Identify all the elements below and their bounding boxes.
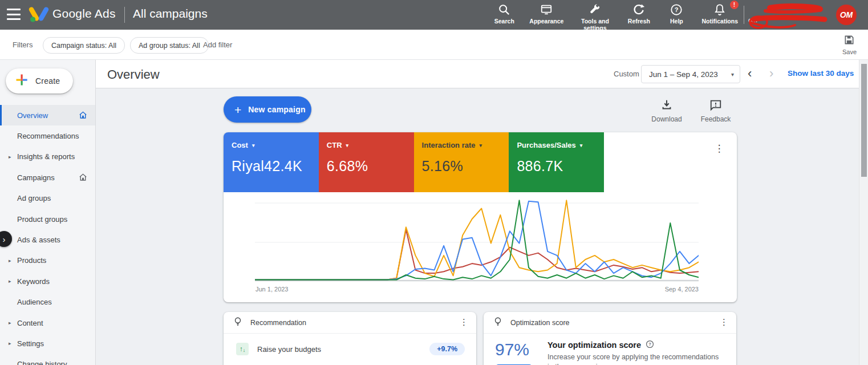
scorecard-purchases-sales[interactable]: Purchases/Sales▾886.7K <box>509 132 604 192</box>
filter-chips: Campaign status: AllAd group status: All <box>43 37 209 54</box>
raise-budgets-icon: ↑↓ <box>236 343 249 355</box>
scrollbar-thumb[interactable] <box>861 64 867 177</box>
vertical-scrollbar <box>859 60 868 365</box>
sidebar-item-content[interactable]: ▸Content <box>0 313 95 333</box>
scorecard-ctr[interactable]: CTR▾6.68% <box>319 132 414 192</box>
caret-down-icon: ▾ <box>252 143 255 148</box>
google-ads-logo-icon <box>29 5 49 26</box>
navigation-sidebar: Create OverviewRecommendations▸Insights … <box>0 60 96 365</box>
lightbulb-icon <box>493 317 503 329</box>
brand-divider <box>124 7 125 23</box>
sidebar-item-ad-groups[interactable]: Ad groups <box>0 188 95 209</box>
refresh-icon <box>632 3 645 17</box>
sidebar-item-change-history[interactable]: Change history <box>0 354 95 365</box>
download-button[interactable]: Download <box>647 99 687 123</box>
recommendation-card-menu-button[interactable]: ⋮ <box>460 318 468 327</box>
show-last-30-days-link[interactable]: Show last 30 days <box>788 69 854 78</box>
date-range-type-label: Custom <box>614 70 639 78</box>
sidebar-item-overview[interactable]: Overview <box>0 105 95 125</box>
optimization-card-body: 97% Your optimization score ? Increase y… <box>484 334 736 365</box>
create-label: Create <box>35 76 60 86</box>
recommendation-delta-badge: +9.7% <box>429 343 465 355</box>
optimization-card-title: Optimization score <box>510 319 570 327</box>
scorecard-value: 6.68% <box>327 158 414 175</box>
trend-chart <box>255 195 699 282</box>
appearance-icon <box>540 3 553 17</box>
create-button[interactable]: Create <box>6 68 73 94</box>
topbar-action-help[interactable]: ?Help <box>664 3 689 25</box>
scorecard-interaction-rate[interactable]: Interaction rate▾5.16% <box>414 132 509 192</box>
filters-bar: Filters Campaign status: AllAd group sta… <box>0 30 868 60</box>
expand-arrow-icon: ▸ <box>9 340 11 346</box>
page-header: Overview Custom Jun 1 – Sep 4, 2023 ▾ ‹ … <box>96 60 859 88</box>
account-avatar[interactable]: OM <box>836 5 857 25</box>
chart-card-menu-button[interactable]: ⋮ <box>713 144 725 155</box>
scorecard-cost[interactable]: Cost▾Riyal42.4K <box>224 132 319 192</box>
home-icon <box>78 173 88 182</box>
sidebar-item-keywords[interactable]: ▸Keywords <box>0 271 95 291</box>
down-arrow-icon: ↓ <box>243 348 246 353</box>
topbar-action-refresh[interactable]: Refresh <box>626 3 651 25</box>
save-button[interactable]: Save <box>842 34 857 55</box>
filters-label: Filters <box>13 40 33 49</box>
sidebar-item-product-groups[interactable]: Product groups <box>0 209 95 229</box>
caret-down-icon: ▾ <box>580 143 583 148</box>
filter-chip-ad-group-status-all[interactable]: Ad group status: All <box>130 37 209 54</box>
optimization-card-header: Optimization score ⋮ <box>484 312 736 334</box>
sidebar-item-recommendations[interactable]: Recommendations <box>0 125 95 146</box>
plus-icon: + <box>234 104 241 116</box>
next-range-button[interactable]: › <box>769 67 773 80</box>
page-context: All campaigns <box>133 7 208 21</box>
download-icon <box>660 99 673 113</box>
account-info[interactable]: om <box>748 3 833 27</box>
top-app-bar: Google Ads All campaigns SearchAppearanc… <box>0 0 868 30</box>
sidebar-item-settings[interactable]: ▸Settings <box>0 333 95 354</box>
bell-icon <box>713 3 726 17</box>
topbar-action-search[interactable]: Search <box>492 3 517 25</box>
x-axis-start-label: Jun 1, 2023 <box>255 286 289 293</box>
lightbulb-icon <box>233 317 243 329</box>
topbar-action-appearance[interactable]: Appearance <box>529 3 563 25</box>
recommendation-card-header: Recommendation ⋮ <box>224 312 476 334</box>
optimization-heading: Your optimization score <box>547 340 641 350</box>
x-axis-end-label: Sep 4, 2023 <box>659 286 699 293</box>
expand-arrow-icon: ▸ <box>9 320 11 326</box>
expand-arrow-icon: ▸ <box>9 154 11 160</box>
download-label: Download <box>651 115 682 123</box>
sidebar-item-campaigns[interactable]: Campaigns <box>0 167 95 188</box>
sidebar-item-ads-assets[interactable]: ▸Ads & assets <box>0 229 95 250</box>
account-divider <box>744 6 744 24</box>
recommendation-item-label: Raise your budgets <box>257 345 321 354</box>
optimization-card-menu-button[interactable]: ⋮ <box>720 318 728 327</box>
optimization-heading-row: Your optimization score ? <box>547 340 725 350</box>
optimization-text-block: Your optimization score ? Increase your … <box>547 340 725 365</box>
topbar-action-notifications[interactable]: Notifications! <box>701 3 738 25</box>
sidebar-item-products[interactable]: ▸Products <box>0 250 95 271</box>
sidebar-item-audiences[interactable]: Audiences <box>0 292 95 313</box>
sidebar-item-insights-reports[interactable]: ▸Insights & reports <box>0 147 95 167</box>
help-circle-icon[interactable]: ? <box>646 340 654 350</box>
google-ads-app: Google Ads All campaigns SearchAppearanc… <box>0 0 868 365</box>
recommendation-item[interactable]: ↑↓ Raise your budgets +9.7% <box>224 334 476 355</box>
scorecard-value: 5.16% <box>422 158 509 175</box>
page-title: Overview <box>107 67 160 82</box>
trend-chart-svg <box>255 195 699 282</box>
overview-chart-card: Cost▾Riyal42.4KCTR▾6.68%Interaction rate… <box>224 132 737 302</box>
caret-down-icon: ▾ <box>480 143 482 148</box>
feedback-icon <box>709 99 722 113</box>
product-name: Google Ads <box>52 7 116 21</box>
help-icon: ? <box>670 3 683 17</box>
feedback-button[interactable]: Feedback <box>696 99 736 123</box>
filter-chip-campaign-status-all[interactable]: Campaign status: All <box>43 37 125 54</box>
wrench-icon <box>589 3 601 17</box>
add-filter-button[interactable]: Add filter <box>203 40 232 49</box>
optimization-score-block: 97% <box>495 340 533 365</box>
main-menu-icon[interactable] <box>7 9 21 20</box>
optimization-score-value: 97% <box>495 340 533 359</box>
new-campaign-button[interactable]: + New campaign <box>224 96 311 123</box>
topbar-action-tools-and-settings[interactable]: Tools and settings <box>576 3 614 31</box>
previous-range-button[interactable]: ‹ <box>748 67 752 80</box>
date-range-selector[interactable]: Jun 1 – Sep 4, 2023 ▾ <box>641 65 740 83</box>
series-interaction-rate <box>255 200 699 279</box>
sidebar-nav: OverviewRecommendations▸Insights & repor… <box>0 105 95 365</box>
